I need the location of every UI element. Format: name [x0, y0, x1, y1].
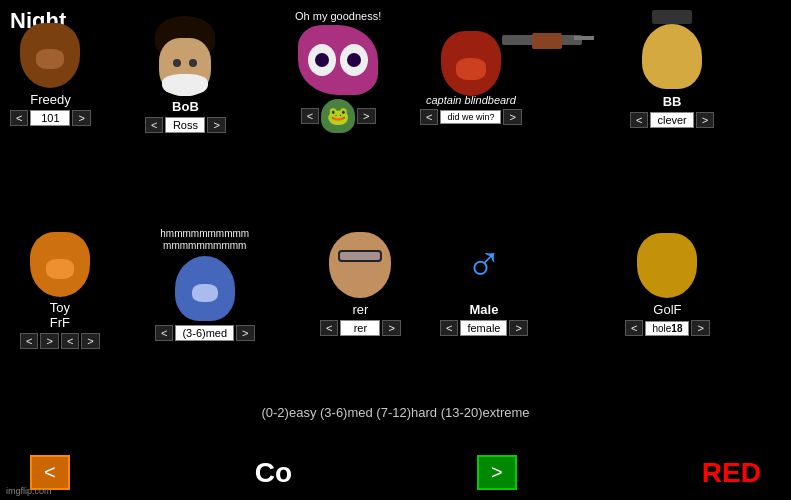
captain-right-btn[interactable]: > [503, 109, 521, 125]
rifle-barrel [574, 36, 594, 40]
male-icon: ♂ [465, 235, 503, 293]
toyfrf-name: Toy FrF [50, 300, 70, 330]
char-freedy: Freedy < 101 > [10, 20, 91, 126]
toyb-snout [192, 284, 218, 302]
char-mangle: Oh my goodness! < 🐸 > [295, 10, 381, 133]
golf-left-btn[interactable]: < [625, 320, 643, 336]
captain-face-wrapper [436, 16, 506, 96]
toyb-left-btn[interactable]: < [155, 325, 173, 341]
captain-left-btn[interactable]: < [420, 109, 438, 125]
toyfrf-face [30, 232, 90, 297]
freedy-face [20, 23, 80, 88]
toyfrf-snout [46, 259, 74, 279]
mangle-sublabel: Oh my goodness! [295, 10, 381, 22]
status-label: RED [702, 457, 761, 489]
bob-eyes [173, 59, 197, 67]
freedy-right-btn[interactable]: > [72, 110, 90, 126]
rifle-stock [532, 33, 562, 49]
bb-right-btn[interactable]: > [696, 112, 714, 128]
prev-button[interactable]: < [30, 455, 70, 490]
toyfrf-right2-btn[interactable]: > [81, 333, 99, 349]
co-label: Co [255, 457, 292, 489]
male-left-btn[interactable]: < [440, 320, 458, 336]
golf-name: GolF [653, 302, 681, 317]
toyfrf-portrait [27, 230, 92, 298]
captain-selector: < did we win? > [420, 109, 522, 125]
captain-snout [456, 58, 486, 80]
freedy-portrait [18, 20, 83, 90]
male-selector: < female > [440, 320, 528, 336]
bob-value: Ross [165, 117, 205, 133]
freedy-value: 101 [30, 110, 70, 126]
char-bb: BB < clever > [630, 20, 714, 128]
bob-selector: < Ross > [145, 117, 226, 133]
captain-value: did we win? [440, 110, 501, 124]
char-rer: rer < rer > [320, 230, 401, 336]
rer-left-btn[interactable]: < [320, 320, 338, 336]
golf-face [637, 233, 697, 298]
watermark: imgflip.com [6, 486, 52, 496]
rer-name: rer [352, 302, 368, 317]
toyb-right-btn[interactable]: > [236, 325, 254, 341]
golf-selector: < hole18 > [625, 320, 710, 336]
mangle-portrait [298, 24, 378, 96]
bb-face [642, 24, 702, 89]
bob-face-wrapper [150, 16, 220, 96]
toyfrf-left2-btn[interactable]: < [61, 333, 79, 349]
freedy-selector: < 101 > [10, 110, 91, 126]
freedy-left-btn[interactable]: < [10, 110, 28, 126]
freedy-name: Freedy [30, 92, 70, 107]
mangle-selector: < 🐸 > [301, 99, 376, 133]
freedy-snout [36, 49, 64, 69]
eyeball-left [308, 44, 336, 76]
bb-portrait [638, 20, 706, 92]
bob-eye-right [189, 59, 197, 67]
bob-eye-left [173, 59, 181, 67]
rer-selector: < rer > [320, 320, 401, 336]
golf-portrait [633, 230, 701, 300]
bb-left-btn[interactable]: < [630, 112, 648, 128]
rer-value: rer [340, 320, 380, 336]
bb-name: BB [663, 94, 682, 109]
rer-glasses [338, 250, 382, 262]
mangle-left-btn[interactable]: < [301, 108, 319, 124]
char-toyfrf: Toy FrF < > < > [20, 230, 100, 349]
toyfrf-selector: < > < > [20, 333, 100, 349]
male-portrait: ♂ [446, 228, 521, 300]
pupil-right [347, 53, 361, 67]
char-toyb: hmmmmmmmmmm mmmmmmmmmm < (3-6)med > [155, 228, 255, 341]
rifle-body [502, 35, 582, 45]
captain-portrait [431, 20, 511, 92]
toyb-portrait [172, 254, 237, 322]
toyfrf-left1-btn[interactable]: < [20, 333, 38, 349]
screen: Night Freedy < 101 > [0, 0, 791, 500]
toyb-face [175, 256, 235, 321]
bottom-nav: < Co > RED [0, 455, 791, 490]
golf-value: hole18 [645, 321, 689, 336]
bob-right-btn[interactable]: > [207, 117, 225, 133]
bb-value: clever [650, 112, 693, 128]
pupil-left [315, 53, 329, 67]
char-golf: GolF < hole18 > [625, 230, 710, 336]
rer-right-btn[interactable]: > [382, 320, 400, 336]
char-male: ♂ Male < female > [440, 228, 528, 336]
male-name: Male [470, 302, 499, 317]
captain-head [441, 31, 501, 96]
toyfrf-right1-btn[interactable]: > [40, 333, 58, 349]
char-bob: BoB < Ross > [145, 15, 226, 133]
mangle-right-btn[interactable]: > [357, 108, 375, 124]
eye-monster-face [298, 25, 378, 95]
next-button[interactable]: > [477, 455, 517, 490]
pepe-icon: 🐸 [321, 99, 355, 133]
bob-left-btn[interactable]: < [145, 117, 163, 133]
bb-hat [652, 10, 692, 24]
male-right-btn[interactable]: > [509, 320, 527, 336]
rifle-container [502, 35, 582, 45]
bob-beard [162, 74, 208, 96]
golf-right-btn[interactable]: > [691, 320, 709, 336]
toyb-value: (3-6)med [175, 325, 234, 341]
bob-name: BoB [172, 99, 199, 114]
bob-face [159, 38, 211, 96]
rer-face [329, 232, 391, 298]
eyeball-right [340, 44, 368, 76]
